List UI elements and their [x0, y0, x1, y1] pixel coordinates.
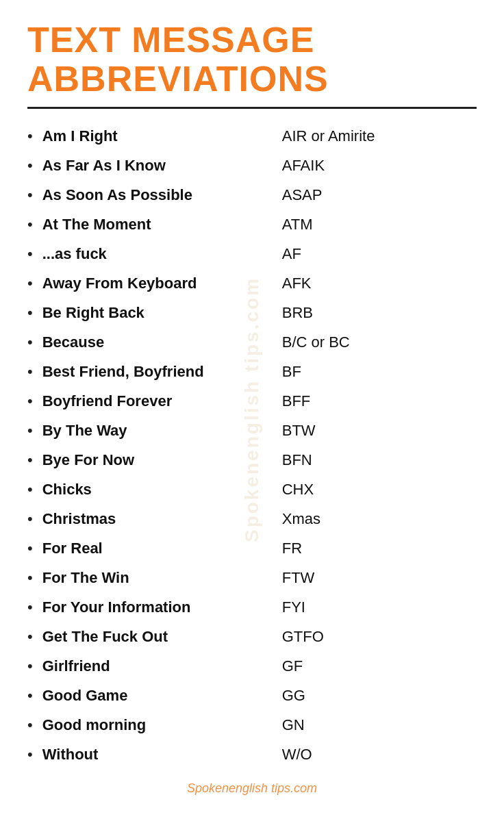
bullet-icon: •: [27, 242, 33, 265]
phrase-text: As Soon As Possible: [42, 184, 275, 206]
list-item: •For Your InformationFYI: [27, 592, 477, 622]
phrase-text: Good morning: [42, 714, 275, 736]
abbreviation-text: W/O: [275, 743, 477, 766]
phrase-text: By The Way: [42, 419, 275, 442]
page-container: TEXT MESSAGE ABBREVIATIONS •Am I RightAI…: [0, 0, 504, 819]
phrase-text: Bye For Now: [42, 449, 275, 471]
list-item: •Good GameGG: [27, 681, 477, 710]
abbreviation-text: B/C or BC: [275, 331, 477, 353]
bullet-icon: •: [27, 743, 33, 766]
divider: [27, 107, 477, 109]
phrase-text: For Real: [42, 537, 275, 559]
page-title: TEXT MESSAGE ABBREVIATIONS: [27, 21, 477, 99]
abbreviation-text: AFK: [275, 272, 477, 294]
phrase-text: Be Right Back: [42, 301, 275, 324]
title-line2: ABBREVIATIONS: [27, 60, 477, 99]
list-item: •Be Right BackBRB: [27, 298, 477, 327]
phrase-text: Boyfriend Forever: [42, 390, 275, 412]
abbreviation-text: GTFO: [275, 625, 477, 648]
abbreviation-text: AFAIK: [275, 154, 477, 177]
abbreviation-text: ASAP: [275, 184, 477, 206]
phrase-text: Away From Keyboard: [42, 272, 275, 294]
bullet-icon: •: [27, 684, 33, 707]
list-item: •Best Friend, BoyfriendBF: [27, 357, 477, 386]
bullet-icon: •: [27, 655, 33, 677]
bullet-icon: •: [27, 419, 33, 442]
list-item: •BecauseB/C or BC: [27, 327, 477, 357]
bullet-icon: •: [27, 714, 33, 736]
abbreviation-text: BTW: [275, 419, 477, 442]
bullet-icon: •: [27, 596, 33, 618]
list-item: •WithoutW/O: [27, 740, 477, 769]
bullet-icon: •: [27, 507, 33, 530]
abbreviation-text: BF: [275, 360, 477, 383]
list-item: •As Soon As PossibleASAP: [27, 180, 477, 210]
list-item: •By The WayBTW: [27, 416, 477, 445]
phrase-text: As Far As I Know: [42, 154, 275, 177]
phrase-text: Girlfriend: [42, 655, 275, 677]
bullet-icon: •: [27, 125, 33, 147]
abbreviation-text: AIR or Amirite: [275, 125, 477, 147]
abbreviation-text: BFF: [275, 390, 477, 412]
abbreviation-text: FYI: [275, 596, 477, 618]
phrase-text: Christmas: [42, 507, 275, 530]
bullet-icon: •: [27, 625, 33, 648]
list-item: •Away From KeyboardAFK: [27, 268, 477, 298]
phrase-text: Get The Fuck Out: [42, 625, 275, 648]
list-item: •Get The Fuck OutGTFO: [27, 622, 477, 651]
abbreviation-text: Xmas: [275, 507, 477, 530]
footer: Spokenenglish tips.com: [27, 781, 477, 796]
phrase-text: Best Friend, Boyfriend: [42, 360, 275, 383]
phrase-text: For The Win: [42, 566, 275, 589]
bullet-icon: •: [27, 213, 33, 236]
abbreviation-text: BRB: [275, 301, 477, 324]
abbreviation-text: GN: [275, 714, 477, 736]
list-item: •Am I RightAIR or Amirite: [27, 121, 477, 151]
phrase-text: Because: [42, 331, 275, 353]
list-item: •Boyfriend ForeverBFF: [27, 386, 477, 416]
phrase-text: Good Game: [42, 684, 275, 707]
abbreviation-text: CHX: [275, 478, 477, 501]
list-item: •As Far As I KnowAFAIK: [27, 151, 477, 180]
abbreviation-text: GG: [275, 684, 477, 707]
bullet-icon: •: [27, 301, 33, 324]
list-item: •Good morningGN: [27, 710, 477, 740]
list-item: •At The MomentATM: [27, 210, 477, 239]
phrase-text: For Your Information: [42, 596, 275, 618]
list-item: •...as fuckAF: [27, 239, 477, 268]
abbreviation-text: ATM: [275, 213, 477, 236]
bullet-icon: •: [27, 360, 33, 383]
footer-text: Spokenenglish tips.com: [187, 781, 317, 795]
title-line1: TEXT MESSAGE: [27, 21, 477, 60]
list-item: •For RealFR: [27, 533, 477, 563]
list-item: •For The WinFTW: [27, 563, 477, 592]
bullet-icon: •: [27, 154, 33, 177]
abbreviation-text: BFN: [275, 449, 477, 471]
abbreviations-list: •Am I RightAIR or Amirite•As Far As I Kn…: [27, 121, 477, 769]
bullet-icon: •: [27, 566, 33, 589]
list-item: •ChicksCHX: [27, 475, 477, 504]
abbreviation-text: GF: [275, 655, 477, 677]
phrase-text: Without: [42, 743, 275, 766]
phrase-text: ...as fuck: [42, 242, 275, 265]
phrase-text: Chicks: [42, 478, 275, 501]
list-item: •Bye For NowBFN: [27, 445, 477, 475]
abbreviation-text: FR: [275, 537, 477, 559]
bullet-icon: •: [27, 449, 33, 471]
bullet-icon: •: [27, 478, 33, 501]
phrase-text: At The Moment: [42, 213, 275, 236]
abbreviation-text: AF: [275, 242, 477, 265]
abbreviation-text: FTW: [275, 566, 477, 589]
bullet-icon: •: [27, 537, 33, 559]
bullet-icon: •: [27, 390, 33, 412]
list-item: •GirlfriendGF: [27, 651, 477, 681]
bullet-icon: •: [27, 272, 33, 294]
bullet-icon: •: [27, 184, 33, 206]
phrase-text: Am I Right: [42, 125, 275, 147]
bullet-icon: •: [27, 331, 33, 353]
list-item: •ChristmasXmas: [27, 504, 477, 533]
